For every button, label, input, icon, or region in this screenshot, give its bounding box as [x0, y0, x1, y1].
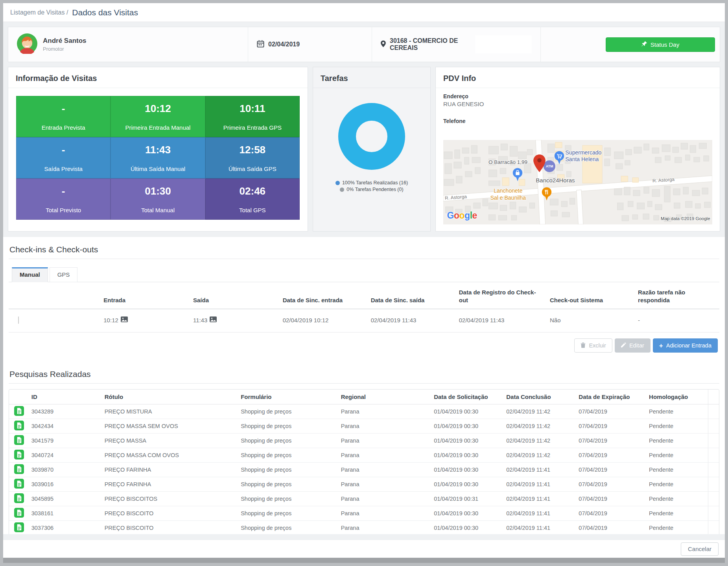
- survey-rotulo: PREÇO BISCOITO: [101, 506, 238, 521]
- survey-homologacao: Pendente: [646, 463, 708, 477]
- plus-icon: +: [659, 342, 663, 349]
- survey-formulario: Shopping de preços: [238, 434, 338, 448]
- address-value: RUA GENESIO: [443, 101, 712, 107]
- survey-doc-icon[interactable]: [14, 479, 24, 489]
- survey-regional: Parana: [338, 477, 431, 492]
- survey-data-conclusao: 02/04/2019 11:41: [503, 477, 575, 492]
- survey-row: 3039870 PREÇO FARINHA Shopping de preços…: [9, 463, 719, 477]
- col-formulario: Formulário: [238, 390, 338, 404]
- editar-button[interactable]: Editar: [615, 338, 651, 353]
- phone-label: Telefone: [443, 118, 712, 124]
- survey-rotulo: PREÇO FARINHA: [101, 477, 238, 492]
- survey-data-solicitacao: 01/04/2019 00:30: [431, 404, 503, 419]
- cancel-button[interactable]: Cancelar: [681, 542, 719, 556]
- surveys-header-row: ID Rótulo Formulário Regional Data de So…: [9, 390, 719, 404]
- col-sinc-entrada: Data de Sinc. entrada: [279, 282, 367, 309]
- checkins-table: Entrada Saída Data de Sinc. entrada Data…: [9, 282, 719, 333]
- survey-formulario: Shopping de preços: [238, 477, 338, 492]
- map-label-supermercado: Supermercado Santa Helena: [566, 149, 602, 163]
- survey-doc-icon[interactable]: [14, 450, 24, 459]
- survey-formulario: Shopping de preços: [238, 419, 338, 434]
- col-sinc-saida: Data de Sinc. saída: [367, 282, 455, 309]
- visit-info-tiles: - Entrada Prevista 10:12 Primeira Entrad…: [16, 96, 300, 220]
- tab-gps[interactable]: GPS: [50, 267, 78, 282]
- user-name: André Santos: [43, 37, 87, 45]
- survey-rotulo: PREÇO MISTURA: [101, 404, 238, 419]
- excluir-button[interactable]: Excluir: [574, 338, 612, 353]
- visit-tile: - Entrada Prevista: [16, 96, 111, 137]
- survey-data-conclusao: 02/04/2019 11:42: [503, 419, 575, 434]
- adicionar-entrada-button[interactable]: + Adicionar Entrada: [653, 338, 718, 353]
- tile-value: -: [62, 185, 65, 197]
- status-day-button[interactable]: Status Day: [606, 37, 715, 52]
- registro-checkout-value: 02/04/2019 11:43: [455, 309, 546, 333]
- shopping-bag-pin-icon: [512, 168, 523, 184]
- breadcrumb: Listagem de Visitas / Dados das Visitas: [3, 3, 725, 22]
- row-checkbox[interactable]: [18, 316, 19, 324]
- tab-manual[interactable]: Manual: [12, 267, 48, 282]
- survey-data-solicitacao: 01/04/2019 00:30: [431, 434, 503, 448]
- checkins-tabbar: Manual GPS: [9, 267, 719, 282]
- survey-data-expiracao: 07/04/2019: [575, 492, 646, 506]
- visit-date: 02/04/2019: [268, 41, 300, 48]
- legend-pending-label: 0% Tarefas Pendentes (0): [346, 187, 403, 192]
- survey-doc-icon[interactable]: [14, 421, 24, 430]
- survey-regional: Parana: [338, 448, 431, 463]
- survey-rotulo: PREÇO MASSA SEM OVOS: [101, 419, 238, 434]
- filler-cell: [708, 477, 719, 492]
- photo-thumbnail-icon[interactable]: [210, 316, 217, 323]
- tile-value: 11:43: [145, 144, 171, 156]
- survey-doc-icon[interactable]: [14, 435, 24, 445]
- panels-row: Informação de Visitas - Entrada Prevista…: [8, 67, 720, 232]
- col-rotulo: Rótulo: [101, 390, 238, 404]
- survey-id: 3039016: [28, 477, 101, 492]
- survey-doc-icon[interactable]: [14, 406, 24, 416]
- map-attribution: Map data ©2019 Google: [661, 216, 710, 221]
- visit-date-field[interactable]: 02/04/2019: [257, 40, 300, 49]
- checkout-sistema-value: Não: [546, 309, 634, 333]
- survey-doc-icon[interactable]: [14, 522, 24, 532]
- calendar-icon: [257, 40, 264, 49]
- pdv-location-field[interactable]: 30168 - COMERCIO DE CEREAIS: [381, 37, 473, 51]
- surveys-section-title: Pesquisas Realizadas: [9, 360, 719, 384]
- photo-thumbnail-icon[interactable]: [121, 316, 128, 323]
- location-segment: 30168 - COMERCIO DE CEREAIS: [372, 27, 541, 62]
- survey-row: 3045895 PREÇO BISCOITOS Shopping de preç…: [9, 492, 719, 506]
- tasks-title: Tarefas: [313, 67, 430, 88]
- col-entrada: Entrada: [100, 282, 189, 309]
- survey-data-expiracao: 07/04/2019: [575, 434, 646, 448]
- survey-formulario: Shopping de preços: [238, 404, 338, 419]
- footer-gap: [3, 534, 725, 540]
- survey-data-solicitacao: 01/04/2019 00:30: [431, 463, 503, 477]
- status-segment: Status Day: [541, 27, 720, 62]
- legend-done-label: 100% Tarefas Realizadas (16): [342, 180, 408, 186]
- survey-data-expiracao: 07/04/2019: [575, 448, 646, 463]
- survey-row: 3042434 PREÇO MASSA SEM OVOS Shopping de…: [9, 419, 719, 434]
- col-data-expiracao: Data de Expiração: [575, 390, 646, 404]
- survey-data-solicitacao: 01/04/2019 00:30: [431, 448, 503, 463]
- tile-value: -: [62, 144, 65, 156]
- survey-formulario: Shopping de preços: [238, 521, 338, 535]
- tile-label: Última Saída Manual: [131, 165, 185, 172]
- survey-data-expiracao: 07/04/2019: [575, 506, 646, 521]
- checkins-row: 10:12 11:43: [9, 309, 719, 333]
- survey-doc-icon[interactable]: [14, 508, 24, 518]
- survey-row: 3039016 PREÇO FARINHA Shopping de preços…: [9, 477, 719, 492]
- tile-value: 10:11: [240, 103, 265, 115]
- survey-regional: Parana: [338, 404, 431, 419]
- google-map[interactable]: O Barracão 1,99 Supermercado Santa Helen…: [443, 140, 712, 224]
- entrada-value: 10:12: [103, 317, 118, 323]
- surveys-grid: ID Rótulo Formulário Regional Data de So…: [9, 389, 719, 534]
- col-registro-checkout: Data de Registro do Check-out: [455, 282, 546, 309]
- breadcrumb-parent-link[interactable]: Listagem de Visitas /: [10, 9, 68, 16]
- col-razao: Razão tarefa não respondida: [634, 282, 719, 309]
- survey-data-conclusao: 02/04/2019 11:42: [503, 404, 575, 419]
- survey-formulario: Shopping de preços: [238, 463, 338, 477]
- visit-info-panel: Informação de Visitas - Entrada Prevista…: [8, 67, 308, 232]
- tile-label: Primeira Entrada GPS: [223, 124, 282, 131]
- tile-label: Total GPS: [239, 207, 266, 213]
- filler-cell: [708, 506, 719, 521]
- survey-doc-icon[interactable]: [14, 493, 24, 503]
- tile-value: 01:30: [145, 185, 171, 197]
- survey-doc-icon[interactable]: [14, 464, 24, 474]
